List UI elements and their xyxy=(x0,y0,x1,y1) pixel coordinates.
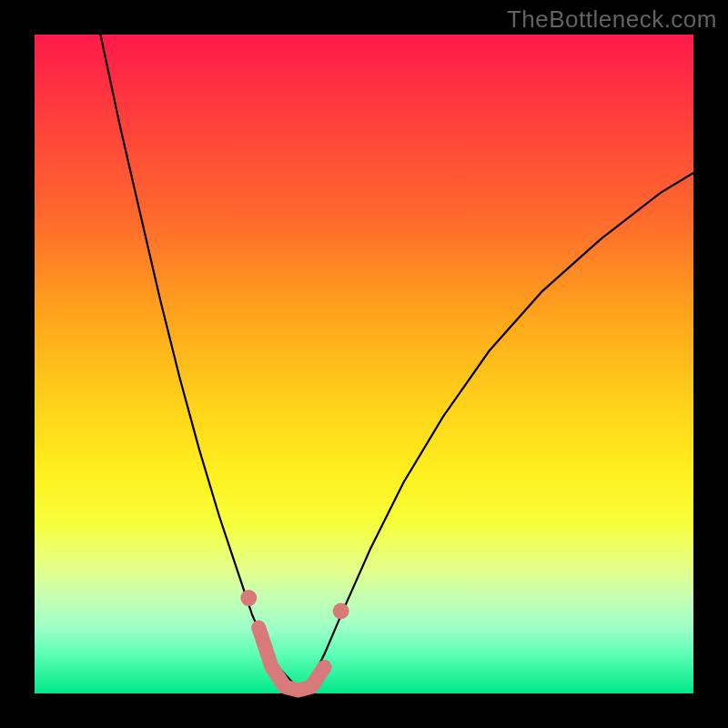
left-outlier-marker xyxy=(240,590,257,606)
curve-layer xyxy=(35,35,693,693)
plot-area xyxy=(35,35,693,693)
attribution-text: TheBottleneck.com xyxy=(507,5,717,34)
right-branch-curve xyxy=(301,173,693,693)
chart-container: TheBottleneck.com xyxy=(0,0,728,728)
right-outlier-marker xyxy=(333,603,349,620)
left-branch-curve xyxy=(100,35,301,693)
